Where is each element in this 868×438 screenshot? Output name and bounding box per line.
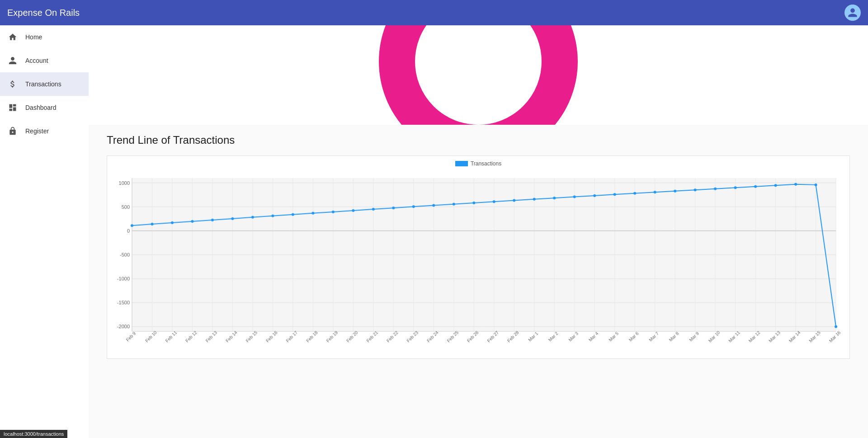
donut-chart xyxy=(379,25,578,125)
dashboard-icon xyxy=(7,102,18,113)
layout: Home Account Transactions xyxy=(0,25,868,438)
legend-label: Transactions xyxy=(471,160,501,167)
person-icon xyxy=(7,55,18,66)
statusbar-text: localhost:3000/transactions xyxy=(4,431,64,437)
chart-container: Transactions xyxy=(107,155,850,359)
sidebar-item-account[interactable]: Account xyxy=(0,49,89,72)
topbar: Expense On Rails xyxy=(0,0,868,25)
lock-icon xyxy=(7,126,18,137)
sidebar-item-dashboard[interactable]: Dashboard xyxy=(0,96,89,119)
sidebar-account-label: Account xyxy=(25,57,48,64)
app-title: Expense On Rails xyxy=(7,8,844,18)
user-avatar[interactable] xyxy=(844,5,861,21)
sidebar-register-label: Register xyxy=(25,127,49,135)
statusbar: localhost:3000/transactions xyxy=(0,430,67,438)
main-content: Trend Line of Transactions Transactions xyxy=(89,25,868,438)
sidebar-home-label: Home xyxy=(25,33,42,41)
svg-point-1 xyxy=(433,25,524,107)
sidebar-dashboard-label: Dashboard xyxy=(25,104,57,111)
chart-title: Trend Line of Transactions xyxy=(107,134,850,146)
sidebar: Home Account Transactions xyxy=(0,25,89,438)
sidebar-item-transactions[interactable]: Transactions xyxy=(0,72,89,96)
dollar-icon xyxy=(7,79,18,89)
donut-chart-area xyxy=(89,25,868,125)
home-icon xyxy=(7,32,18,42)
trend-line-chart xyxy=(107,169,849,358)
sidebar-item-register[interactable]: Register xyxy=(0,119,89,143)
sidebar-item-home[interactable]: Home xyxy=(0,25,89,49)
chart-section: Trend Line of Transactions Transactions xyxy=(89,125,868,377)
legend-color-swatch xyxy=(455,161,468,166)
chart-legend: Transactions xyxy=(107,156,849,169)
sidebar-transactions-label: Transactions xyxy=(25,80,61,88)
